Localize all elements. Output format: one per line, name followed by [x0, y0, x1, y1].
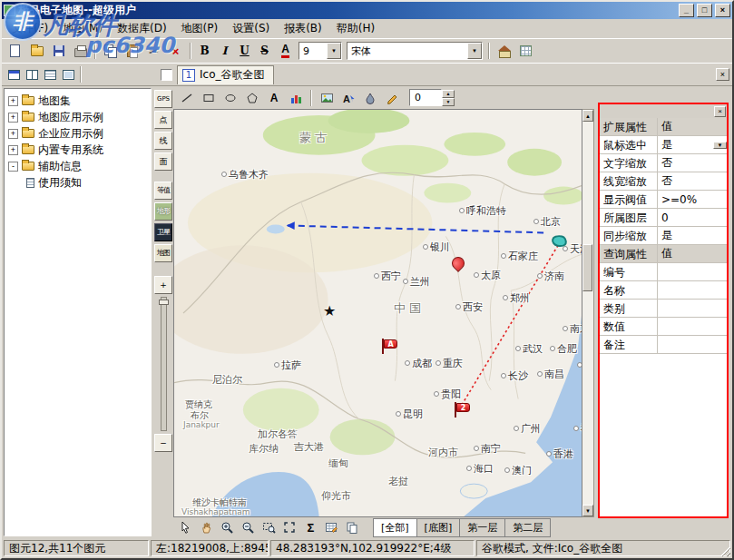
minimize-button[interactable]: _	[679, 4, 694, 17]
pages-button[interactable]	[343, 519, 362, 537]
scroll-up-icon[interactable]: ▲	[582, 110, 593, 122]
expand-icon[interactable]: +	[8, 113, 18, 123]
expand-icon[interactable]: +	[8, 145, 18, 155]
map-viewport[interactable]: 蒙古乌鲁木齐呼和浩特北京天津银川石家庄太原济南西宁兰州郑州西安中国南京上海武汉合…	[173, 109, 582, 517]
close-icon[interactable]: ×	[716, 68, 729, 81]
sidebar-item-map-examples[interactable]: + 地图应用示例	[6, 109, 149, 125]
expand-icon[interactable]: +	[8, 129, 18, 139]
menu-plot[interactable]: 地图(P)	[174, 18, 226, 39]
zoom-slider-thumb[interactable]	[159, 300, 169, 305]
document-tab[interactable]: 1 Ico_谷歌全图	[177, 65, 274, 84]
chevron-down-icon[interactable]: ▼	[713, 142, 727, 149]
chevron-down-icon[interactable]: ▼	[327, 43, 341, 59]
sidebar-item-builtin-systems[interactable]: + 内置专用系统	[6, 142, 149, 158]
zoom-window-button[interactable]	[259, 519, 279, 537]
property-value[interactable]	[658, 263, 727, 280]
cut-button[interactable]: ✂	[143, 41, 164, 61]
sidebar-item-enterprise-examples[interactable]: + 企业应用示例	[6, 125, 149, 142]
property-value[interactable]: >=0%	[658, 191, 727, 208]
insert-image-button[interactable]	[317, 88, 337, 107]
layout-fill-button[interactable]	[59, 66, 77, 84]
font-size-select[interactable]: 9 ▼	[298, 42, 342, 60]
property-value[interactable]	[658, 336, 727, 353]
draw-ellipse-button[interactable]	[220, 88, 240, 107]
draw-chart-button[interactable]	[286, 88, 306, 107]
open-button[interactable]	[26, 41, 47, 61]
layout-list-button[interactable]	[41, 66, 59, 84]
map-vertical-scrollbar[interactable]: ▲ ▼	[582, 109, 594, 517]
sheet-button[interactable]	[515, 41, 536, 61]
menu-report[interactable]: 报表(B)	[277, 18, 329, 39]
map-marker-star[interactable]: ★	[323, 304, 336, 319]
menu-map[interactable]: 地图(M)	[55, 18, 110, 39]
close-icon[interactable]: ×	[714, 106, 726, 117]
draw-polygon-button[interactable]	[242, 88, 262, 107]
spinner-up-icon[interactable]: ▲	[442, 90, 455, 98]
terrain-view-button[interactable]: 地形	[154, 202, 172, 221]
bold-button[interactable]: B	[195, 41, 214, 61]
delete-button[interactable]: ×	[165, 41, 186, 61]
underline-button[interactable]: U	[235, 41, 254, 61]
zoom-out-tool-button[interactable]	[239, 519, 258, 537]
zoom-slider[interactable]	[161, 297, 167, 431]
draw-line-button[interactable]	[177, 88, 197, 107]
close-button[interactable]: ×	[715, 4, 730, 17]
menu-file[interactable]: 文件(F)	[5, 18, 55, 39]
area-tool-button[interactable]: 面	[154, 152, 172, 171]
draw-text-button[interactable]: A	[264, 88, 284, 107]
spinner-down-icon[interactable]: ▼	[442, 98, 455, 106]
layer-tab-base[interactable]: [底图]	[416, 518, 461, 537]
point-tool-button[interactable]: 点	[154, 111, 172, 129]
blend-button[interactable]	[360, 88, 380, 107]
zoom-in-button[interactable]: +	[154, 276, 172, 294]
layer-tab-second[interactable]: 第二层	[504, 518, 551, 537]
layout-split-button[interactable]	[23, 66, 41, 84]
sidebar-item-atlas[interactable]: + 地图集	[6, 93, 149, 109]
layer-tab-first[interactable]: 第一层	[459, 518, 505, 537]
italic-button[interactable]: I	[215, 41, 234, 61]
property-value[interactable]: 0	[658, 209, 727, 226]
chevron-down-icon[interactable]: ▼	[467, 43, 482, 59]
expand-icon[interactable]: +	[8, 96, 18, 106]
select-text-button[interactable]: A	[338, 88, 358, 107]
zoom-out-button[interactable]: −	[154, 434, 172, 452]
property-value[interactable]: 否	[658, 154, 727, 172]
map-marker-flag[interactable]: 2	[454, 402, 474, 418]
strikethrough-button[interactable]: S	[255, 41, 274, 61]
menu-settings[interactable]: 设置(S)	[225, 18, 277, 39]
property-value[interactable]: 是	[658, 227, 727, 244]
doc-tab-checkbox[interactable]	[161, 69, 172, 81]
save-button[interactable]	[48, 41, 69, 61]
grid-edit-button[interactable]	[322, 519, 341, 537]
pointer-tool-button[interactable]	[176, 519, 195, 537]
sidebar-item-aux-info[interactable]: - 辅助信息	[6, 158, 149, 174]
gps-button[interactable]: GPS	[154, 90, 172, 108]
new-button[interactable]	[5, 41, 25, 61]
menu-help[interactable]: 帮助(H)	[329, 18, 382, 39]
home-button[interactable]	[494, 41, 514, 61]
draw-rect-button[interactable]	[199, 88, 219, 107]
line-tool-button[interactable]: 线	[154, 132, 172, 150]
sidebar-item-usage-notes[interactable]: 使用须知	[6, 174, 149, 191]
property-value[interactable]: 否	[658, 172, 727, 190]
statistics-button[interactable]: Σ	[301, 519, 320, 537]
layout-single-button[interactable]	[5, 66, 23, 84]
pan-tool-button[interactable]	[197, 519, 216, 537]
copy-button[interactable]	[100, 41, 121, 61]
property-value-dropdown[interactable]: 是 ▼	[658, 136, 727, 153]
property-value[interactable]	[658, 300, 727, 317]
satellite-view-button[interactable]: 卫星	[154, 223, 172, 241]
maximize-button[interactable]: □	[697, 4, 712, 17]
map-canvas[interactable]	[174, 110, 582, 516]
scroll-track[interactable]	[582, 122, 593, 505]
print-button[interactable]	[70, 41, 91, 61]
zoom-in-tool-button[interactable]	[218, 519, 237, 537]
isoline-view-button[interactable]: 等值	[154, 182, 172, 200]
layer-tab-all[interactable]: [全部]	[373, 518, 417, 537]
scroll-thumb[interactable]	[582, 244, 592, 291]
font-color-button[interactable]: A	[275, 41, 296, 61]
font-name-select[interactable]: 宋体 ▼	[347, 42, 483, 60]
map-marker-flag[interactable]: A	[381, 339, 401, 355]
map-view-button[interactable]: 地图	[154, 244, 172, 262]
scroll-down-icon[interactable]: ▼	[582, 505, 593, 516]
